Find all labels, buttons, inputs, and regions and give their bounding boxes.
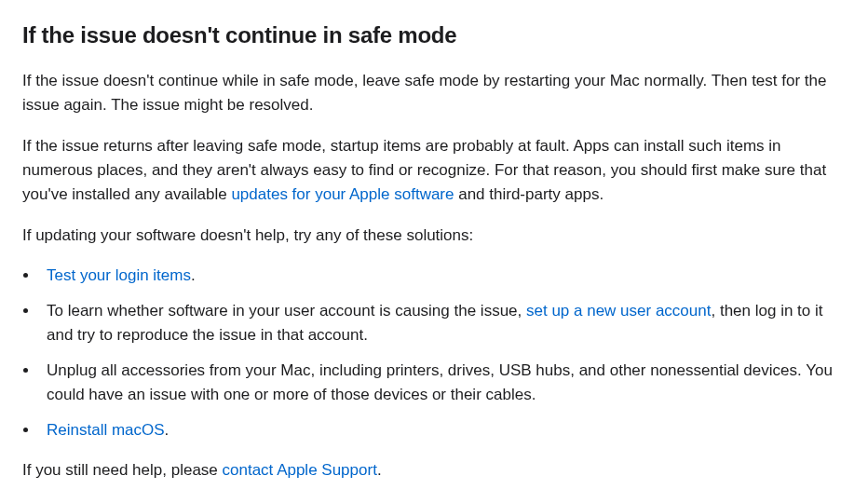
list-item: To learn whether software in your user a… — [39, 299, 846, 347]
link-test-login-items[interactable]: Test your login items — [47, 266, 191, 284]
paragraph-contact: If you still need help, please contact A… — [22, 458, 846, 483]
solutions-list: Test your login items. To learn whether … — [22, 264, 846, 442]
text-segment: . — [191, 266, 196, 284]
section-heading: If the issue doesn't continue in safe mo… — [22, 19, 846, 52]
paragraph-intro: If the issue doesn't continue while in s… — [22, 69, 846, 117]
text-segment: If you still need help, please — [22, 461, 223, 479]
text-segment: and third-party apps. — [454, 185, 604, 203]
link-new-user-account[interactable]: set up a new user account — [526, 302, 711, 319]
list-item: Unplug all accessories from your Mac, in… — [39, 359, 846, 407]
paragraph-solutions-intro: If updating your software doesn't help, … — [22, 224, 846, 248]
text-segment: . — [377, 461, 382, 479]
text-segment: To learn whether software in your user a… — [47, 302, 526, 319]
list-item: Reinstall macOS. — [39, 418, 846, 442]
list-item: Test your login items. — [39, 264, 846, 288]
link-contact-apple-support[interactable]: contact Apple Support — [223, 461, 377, 479]
link-reinstall-macos[interactable]: Reinstall macOS — [47, 421, 165, 439]
link-apple-updates[interactable]: updates for your Apple software — [231, 185, 454, 203]
paragraph-updates: If the issue returns after leaving safe … — [22, 134, 846, 206]
text-segment: . — [165, 421, 170, 439]
